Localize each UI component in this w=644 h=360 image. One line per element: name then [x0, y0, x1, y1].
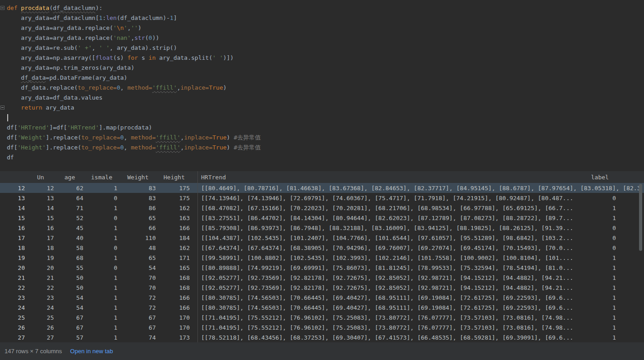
cell-label[interactable]: 1	[587, 283, 636, 293]
table-row[interactable]: 232354172166[[80.30785], [74.56503], [70…	[0, 293, 644, 302]
cell-un[interactable]: 17	[27, 233, 56, 243]
cell-height[interactable]: 173	[159, 332, 198, 342]
cell-height[interactable]: 175	[159, 193, 198, 203]
cell-age[interactable]: 50	[56, 273, 86, 283]
code-line[interactable]: ary_data=np.asarray([float(s) for s in a…	[7, 53, 644, 63]
cell-un[interactable]: 12	[27, 183, 56, 193]
cell-age[interactable]: 71	[56, 203, 86, 213]
code-area[interactable]: def procdata(df_dataclumn): ary_data=df_…	[6, 0, 644, 171]
code-line[interactable]: ary_data=ary_data.replace('nan',str(0))	[7, 33, 644, 43]
cell-label[interactable]: 1	[587, 312, 636, 322]
cell-un[interactable]: 27	[27, 332, 56, 342]
table-row[interactable]: 161645166166[[85.79308], [86.93973], [86…	[0, 223, 644, 233]
cell-un[interactable]: 19	[27, 253, 56, 263]
cell-index[interactable]: 13	[0, 193, 27, 203]
cell-age[interactable]: 54	[56, 302, 86, 312]
cell-ismale[interactable]: 0	[86, 243, 120, 253]
cell-weight[interactable]: 66	[120, 223, 159, 233]
cell-hrtrend[interactable]: [[78.52118], [68.43456], [68.37253], [69…	[198, 332, 587, 342]
cell-height[interactable]: 170	[159, 322, 198, 332]
cell-weight[interactable]: 72	[120, 293, 159, 302]
cell-un[interactable]: 14	[27, 203, 56, 213]
cell-weight[interactable]: 65	[120, 253, 159, 263]
cell-label[interactable]: 0	[587, 233, 636, 243]
cell-weight[interactable]: 83	[120, 183, 159, 193]
code-line[interactable]: ary_data=df_dataclumn[1:len(df_dataclumn…	[7, 13, 644, 23]
table-row[interactable]: 262667167170[[71.04195], [75.55212], [76…	[0, 322, 644, 332]
cell-height[interactable]: 175	[159, 183, 198, 193]
table-row[interactable]: 222250170168[[92.05277], [92.73569], [92…	[0, 283, 644, 293]
column-header-hrtrend[interactable]: HRTrend	[198, 171, 587, 183]
cell-age[interactable]: 67	[56, 312, 86, 322]
cell-label[interactable]: 1	[587, 322, 636, 332]
code-line[interactable]: ary_data=re.sub(' +', ' ', ary_data).str…	[7, 43, 644, 53]
cell-ismale[interactable]: 0	[86, 213, 120, 223]
cell-un[interactable]: 23	[27, 293, 56, 302]
code-line[interactable]: df['Height'].replace(to_replace=0, metho…	[7, 143, 644, 153]
cell-index[interactable]: 26	[0, 322, 27, 332]
cell-height[interactable]: 184	[159, 233, 198, 243]
cell-label[interactable]: 0	[587, 223, 636, 233]
code-line[interactable]: ary_data=df_data.values	[7, 93, 644, 103]
cell-weight[interactable]: 70	[120, 273, 159, 283]
cell-ismale[interactable]: 0	[86, 193, 120, 203]
cell-age[interactable]: 55	[56, 263, 86, 273]
cell-weight[interactable]: 70	[120, 283, 159, 293]
cell-index[interactable]: 21	[0, 273, 27, 283]
code-line[interactable]: df['HRTrend']=df['HRTrend'].map(procdata…	[7, 123, 644, 133]
cell-ismale[interactable]: 1	[86, 273, 120, 283]
table-row[interactable]: 252567167170[[71.04195], [75.55212], [76…	[0, 312, 644, 322]
cell-index[interactable]: 14	[0, 203, 27, 213]
cell-un[interactable]: 20	[27, 263, 56, 273]
table-row[interactable]: 181858048162[[67.64374], [67.64374], [68…	[0, 243, 644, 253]
cell-index[interactable]: 12	[0, 183, 27, 193]
cell-weight[interactable]: 110	[120, 233, 159, 243]
cell-age[interactable]: 57	[56, 332, 86, 342]
cell-index[interactable]: 22	[0, 283, 27, 293]
cell-hrtrend[interactable]: [[92.05277], [92.73569], [92.82178], [92…	[198, 273, 587, 283]
cell-hrtrend[interactable]: [[80.30785], [74.56503], [70.66445], [69…	[198, 293, 587, 302]
cell-ismale[interactable]: 1	[86, 203, 120, 213]
code-line[interactable]: df_data=pd.DataFrame(ary_data)	[7, 73, 644, 83]
cell-ismale[interactable]: 1	[86, 332, 120, 342]
cell-un[interactable]: 16	[27, 223, 56, 233]
cell-age[interactable]: 45	[56, 223, 86, 233]
cell-hrtrend[interactable]: [[80.4649], [80.78716], [81.46638], [83.…	[198, 183, 587, 193]
cell-ismale[interactable]: 1	[86, 233, 120, 243]
cell-height[interactable]: 170	[159, 312, 198, 322]
cell-height[interactable]: 165	[159, 263, 198, 273]
cell-age[interactable]: 50	[56, 283, 86, 293]
cell-height[interactable]: 162	[159, 243, 198, 253]
cell-hrtrend[interactable]: [[80.30785], [74.56503], [70.66445], [69…	[198, 302, 587, 312]
table-row[interactable]: 141471186162[[68.47082], [67.15166], [70…	[0, 203, 644, 213]
open-in-new-tab-link[interactable]: Open in new tab	[70, 348, 113, 355]
cell-label[interactable]	[587, 183, 636, 193]
cell-un[interactable]: 21	[27, 273, 56, 283]
code-line[interactable]: def procdata(df_dataclumn):	[7, 3, 644, 13]
cell-height[interactable]: 171	[159, 253, 198, 263]
cell-height[interactable]: 163	[159, 213, 198, 223]
cell-hrtrend[interactable]: [[67.64374], [67.64374], [68.38905], [70…	[198, 243, 587, 253]
cell-weight[interactable]: 83	[120, 193, 159, 203]
cell-index[interactable]: 15	[0, 213, 27, 223]
cell-un[interactable]: 22	[27, 283, 56, 293]
cell-height[interactable]: 162	[159, 203, 198, 213]
cell-weight[interactable]: 65	[120, 213, 159, 223]
table-row[interactable]: 212150170168[[92.05277], [92.73569], [92…	[0, 273, 644, 283]
table-row[interactable]: 151552065163[[83.27551], [86.44702], [84…	[0, 213, 644, 223]
column-header-index[interactable]	[0, 171, 27, 183]
cell-hrtrend[interactable]: [[83.27551], [86.44702], [84.14304], [80…	[198, 213, 587, 223]
cell-label[interactable]: 1	[587, 203, 636, 213]
table-row[interactable]: 242454172166[[80.30785], [74.56503], [70…	[0, 302, 644, 312]
cell-ismale[interactable]: 1	[86, 312, 120, 322]
cell-label[interactable]: 1	[587, 302, 636, 312]
cell-index[interactable]: 25	[0, 312, 27, 322]
column-header-weight[interactable]: Weight	[120, 171, 159, 183]
cell-un[interactable]: 24	[27, 302, 56, 312]
cell-index[interactable]: 27	[0, 332, 27, 342]
cell-weight[interactable]: 74	[120, 332, 159, 342]
cell-hrtrend[interactable]: [[74.13946], [74.13946], [72.69791], [74…	[198, 193, 587, 203]
cell-hrtrend[interactable]: [[68.47082], [67.15166], [70.22023], [70…	[198, 203, 587, 213]
fold-marker-icon[interactable]	[0, 106, 5, 110]
cell-label[interactable]: 1	[587, 273, 636, 283]
